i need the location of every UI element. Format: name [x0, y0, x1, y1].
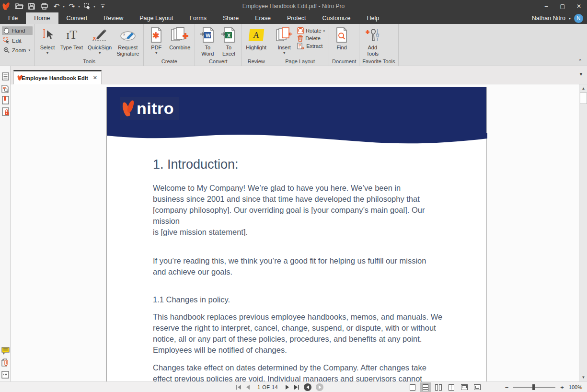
view-facing-pages-button[interactable] [433, 382, 444, 392]
select-tool-button[interactable] [82, 1, 92, 11]
window-controls: – ▢ ✕ [538, 0, 587, 12]
scrollbar-thumb[interactable] [580, 92, 587, 104]
tab-list-dropdown-icon[interactable]: ▼ [579, 72, 583, 77]
view-grid-button[interactable] [446, 382, 457, 392]
bookmarks-panel-button[interactable] [1, 96, 10, 104]
comments-panel-button[interactable] [1, 346, 10, 355]
tab-share[interactable]: Share [215, 12, 247, 24]
tab-help[interactable]: Help [359, 12, 388, 24]
delete-button[interactable]: Delete [297, 35, 325, 42]
group-label-tools: Tools [35, 58, 143, 66]
document-viewer[interactable]: nitro 1. Introduction: Welcome to My Com… [11, 84, 579, 381]
zoom-slider-handle[interactable] [532, 384, 535, 390]
select-button[interactable]: Select ▼ [37, 25, 58, 56]
user-menu[interactable]: Nathan Nitro ▾ N [532, 12, 583, 24]
zoom-out-button[interactable]: − [505, 384, 509, 391]
security-panel-button[interactable] [1, 107, 10, 116]
collapse-ribbon-button[interactable]: ⌃ [578, 58, 582, 64]
first-page-icon[interactable] [236, 385, 242, 390]
highlight-button[interactable]: A Highlight [243, 25, 269, 52]
view-fullscreen-button[interactable] [459, 382, 470, 392]
doc-subheading: 1.1 Changes in policy. [153, 295, 444, 304]
to-word-button[interactable]: W To Word [197, 25, 218, 58]
page-indicator[interactable]: 1 OF 14 [257, 384, 278, 390]
view-fullwidth-button[interactable] [472, 382, 483, 392]
zoom-percentage[interactable]: 100% [569, 384, 582, 390]
tab-close-icon[interactable]: ✕ [93, 75, 97, 81]
tab-home[interactable]: Home [26, 12, 58, 24]
maximize-button[interactable]: ▢ [554, 0, 571, 12]
tab-review[interactable]: Review [95, 12, 131, 24]
tab-convert[interactable]: Convert [58, 12, 96, 24]
select-cursor-icon [40, 26, 55, 44]
search-annotations-icon [1, 85, 9, 93]
tab-customize[interactable]: Customize [314, 12, 359, 24]
svg-text:W: W [206, 33, 211, 38]
edit-mode-button[interactable]: Edit [2, 36, 33, 45]
last-page-icon[interactable] [294, 385, 299, 390]
scroll-down-icon[interactable]: ▼ [579, 373, 587, 381]
avatar[interactable]: N [574, 14, 583, 23]
highlight-a-icon: A [249, 26, 264, 44]
pdf-button[interactable]: ✱ PDF ▼ [146, 25, 167, 56]
header-wave [107, 133, 487, 146]
rotate-dropdown-icon: ▾ [323, 29, 325, 33]
insert-button[interactable]: Insert ▼ [273, 25, 295, 56]
pages-panel-button[interactable] [1, 72, 10, 81]
find-button[interactable]: Find [331, 25, 352, 52]
save-button[interactable] [26, 1, 37, 11]
zoom-in-button[interactable]: + [560, 384, 564, 391]
select-tool-dropdown[interactable]: ▾ [93, 4, 95, 9]
tab-forms[interactable]: Forms [181, 12, 214, 24]
attachments-panel-button[interactable] [1, 358, 10, 367]
search-annotations-button[interactable] [1, 84, 10, 93]
next-page-icon[interactable] [285, 385, 289, 390]
minimize-button[interactable]: – [538, 0, 554, 12]
undo-button[interactable]: ↶ [51, 1, 62, 11]
redo-button[interactable]: ↷ [67, 1, 77, 11]
doc-paragraph-1: Welcome to My Company! We’re glad to hav… [153, 183, 444, 238]
view-single-page-button[interactable] [407, 382, 418, 392]
previous-page-icon[interactable] [246, 385, 250, 390]
tab-file[interactable]: File [0, 12, 26, 24]
output-panel-button[interactable] [1, 370, 10, 379]
zoom-slider[interactable] [513, 387, 555, 388]
window-title: Employee Handbook Edit.pdf - Nitro Pro [242, 3, 345, 10]
redo-dropdown[interactable]: ▾ [78, 4, 80, 9]
close-button[interactable]: ✕ [571, 0, 587, 12]
document-tab-title: Employee Handbook Edit [22, 75, 88, 81]
group-review: A Highlight Review [242, 24, 271, 66]
open-button[interactable] [14, 1, 24, 11]
print-button[interactable] [39, 1, 49, 11]
extract-button[interactable]: Extract [297, 43, 325, 49]
pdf-page[interactable]: nitro 1. Introduction: Welcome to My Com… [106, 87, 487, 381]
tab-erase[interactable]: Erase [247, 12, 279, 24]
select-dropdown-icon: ▼ [46, 51, 49, 55]
to-excel-button[interactable]: X To Excel [218, 25, 239, 58]
document-tab[interactable]: Employee Handbook Edit ✕ [13, 70, 102, 84]
hand-mode-button[interactable]: Hand [2, 26, 33, 35]
rotate-button[interactable]: Rotate ▾ [297, 27, 325, 34]
ribbon: Hand Edit Zoom ▾ Select ▼ ɪT Type Text [0, 24, 587, 66]
undo-dropdown[interactable]: ▾ [63, 4, 65, 9]
tab-protect[interactable]: Protect [279, 12, 314, 24]
add-tools-button[interactable]: Add Tools [361, 25, 383, 58]
zoom-mode-button[interactable]: Zoom ▾ [2, 46, 33, 54]
to-word-label: To Word [201, 45, 214, 57]
tab-page-layout[interactable]: Page Layout [131, 12, 181, 24]
quicksign-button[interactable]: x QuickSign ▼ [85, 25, 114, 56]
history-forward-button[interactable] [316, 383, 323, 391]
group-label-document: Document [329, 58, 359, 66]
customize-toolbar-button[interactable]: ▾— [97, 1, 108, 11]
extract-icon [297, 43, 304, 49]
scroll-up-icon[interactable]: ▲ [579, 84, 587, 92]
request-signature-button[interactable]: x Request Signature [114, 25, 141, 58]
history-back-button[interactable] [304, 383, 311, 391]
combine-button[interactable]: Combine [167, 25, 193, 52]
page-navigation: 1 OF 14 [236, 382, 323, 392]
type-text-button[interactable]: ɪT Type Text [58, 25, 85, 52]
mode-panel: Hand Edit Zoom ▾ [0, 24, 35, 66]
vertical-scrollbar[interactable]: ▲ ▼ [579, 84, 587, 381]
page-header-banner: nitro [107, 87, 486, 133]
view-continuous-button[interactable] [420, 382, 431, 392]
